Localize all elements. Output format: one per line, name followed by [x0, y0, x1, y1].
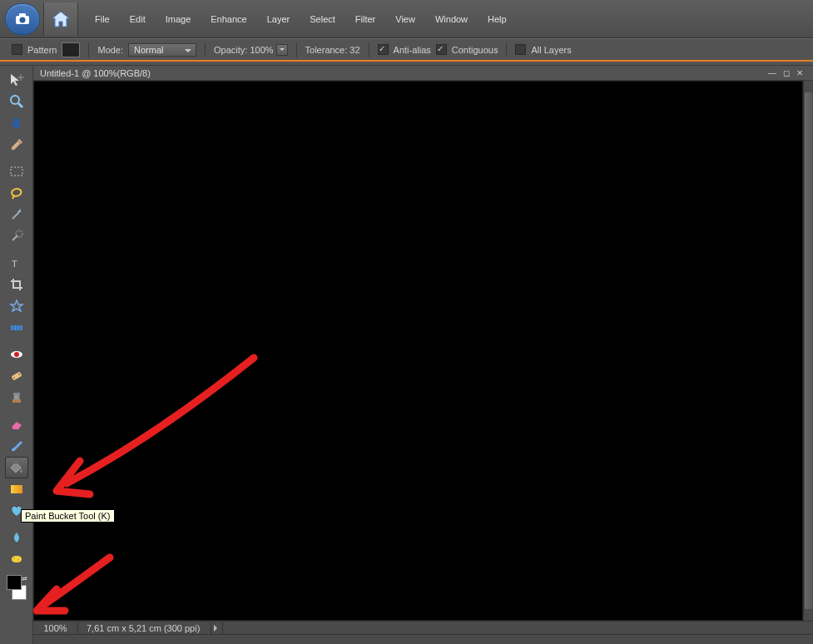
contiguous-checkbox[interactable] — [436, 44, 447, 55]
svg-rect-2 — [19, 13, 26, 17]
svg-rect-6 — [11, 167, 22, 176]
straighten-tool[interactable] — [5, 317, 28, 339]
move-tool[interactable] — [5, 69, 28, 91]
options-bar: Pattern Mode: Normal Opacity: 100% Toler… — [0, 38, 813, 62]
gradient-tool[interactable] — [5, 478, 28, 500]
eyedropper-tool[interactable] — [5, 134, 28, 156]
menu-edit[interactable]: Edit — [120, 9, 156, 29]
type-tool[interactable]: T — [5, 252, 28, 274]
svg-rect-24 — [11, 485, 22, 493]
menu-image[interactable]: Image — [156, 9, 201, 29]
pattern-label: Pattern — [27, 45, 57, 55]
svg-point-9 — [16, 230, 22, 237]
menu-window[interactable]: Window — [425, 9, 478, 29]
zoom-field[interactable]: 100% — [33, 622, 78, 634]
opacity-label: Opacity: — [214, 45, 247, 55]
sponge-tool[interactable] — [5, 548, 28, 570]
svg-point-23 — [13, 462, 18, 464]
opacity-stepper[interactable] — [276, 44, 288, 56]
paint-bucket-tool[interactable] — [5, 457, 28, 478]
svg-line-7 — [12, 212, 19, 219]
marquee-tool[interactable] — [5, 161, 28, 182]
svg-text:T: T — [12, 259, 17, 269]
document-window: Untitled-1 @ 100%(RGB/8) — ◻ ✕ 100% 7,61… — [33, 66, 813, 644]
clone-stamp-tool[interactable] — [5, 387, 28, 409]
status-bar: 100% 7,61 cm x 5,21 cm (300 ppi) — [33, 621, 813, 634]
svg-rect-22 — [13, 393, 20, 395]
menu-view[interactable]: View — [385, 9, 425, 29]
tolerance-label: Tolerance: — [305, 45, 348, 55]
maximize-button[interactable]: ◻ — [783, 68, 790, 77]
mode-select[interactable]: Normal — [128, 43, 196, 57]
divider — [296, 42, 297, 57]
antialias-label: Anti-alias — [394, 45, 431, 55]
menu-help[interactable]: Help — [478, 9, 517, 29]
svg-point-4 — [11, 96, 19, 104]
menu-layer[interactable]: Layer — [257, 9, 300, 29]
eraser-tool[interactable] — [5, 414, 28, 435]
opacity-value[interactable]: 100% — [250, 45, 273, 55]
tool-palette: T — [5, 69, 28, 570]
menu-file[interactable]: File — [85, 9, 120, 29]
alllayers-checkbox[interactable] — [515, 44, 526, 55]
tolerance-value[interactable]: 32 — [349, 45, 359, 55]
menu-enhance[interactable]: Enhance — [201, 9, 256, 29]
divider — [88, 42, 89, 57]
contiguous-label: Contiguous — [452, 45, 498, 55]
healing-tool[interactable] — [5, 365, 28, 387]
svg-rect-21 — [12, 399, 21, 403]
menubar: File Edit Image Enhance Layer Select Fil… — [0, 0, 813, 38]
pattern-swatch[interactable] — [62, 42, 80, 57]
svg-marker-11 — [11, 300, 22, 311]
antialias-checkbox[interactable] — [378, 44, 389, 55]
blur-tool[interactable] — [5, 527, 28, 548]
workspace: T ⇄ Untitled-1 @ 100%(RGB/8) — [0, 65, 813, 644]
svg-point-20 — [18, 374, 20, 375]
color-swatches[interactable]: ⇄ — [5, 575, 28, 600]
home-button[interactable] — [43, 2, 78, 36]
statusbar-menu[interactable] — [211, 622, 223, 634]
swap-colors-icon[interactable]: ⇄ — [22, 575, 27, 582]
svg-point-19 — [13, 377, 15, 379]
dimensions-label: 7,61 cm x 5,21 cm (300 ppi) — [78, 622, 211, 634]
crop-tool[interactable] — [5, 274, 28, 295]
redeye-tool[interactable] — [5, 344, 28, 365]
svg-line-5 — [18, 103, 22, 107]
hand-tool[interactable] — [5, 112, 28, 134]
svg-point-17 — [14, 352, 19, 357]
toolbar: T ⇄ — [0, 66, 33, 644]
alllayers-label: All Layers — [531, 45, 571, 55]
svg-point-25 — [13, 557, 15, 559]
svg-point-1 — [20, 17, 26, 22]
foreground-color[interactable] — [7, 575, 22, 590]
mode-label: Mode: — [97, 45, 123, 55]
svg-point-26 — [17, 559, 19, 561]
document-title: Untitled-1 @ 100%(RGB/8) — [40, 68, 151, 78]
horizontal-scrollbar[interactable] — [250, 623, 803, 633]
resize-grip — [33, 634, 813, 644]
canvas[interactable] — [33, 81, 803, 621]
close-button[interactable]: ✕ — [796, 68, 803, 77]
quick-selection-tool[interactable] — [5, 225, 28, 247]
zoom-tool[interactable] — [5, 91, 28, 112]
document-titlebar[interactable]: Untitled-1 @ 100%(RGB/8) — ◻ ✕ — [33, 66, 813, 81]
app-button[interactable] — [5, 3, 40, 35]
menu-select[interactable]: Select — [300, 9, 345, 29]
menu-items: File Edit Image Enhance Layer Select Fil… — [85, 9, 517, 29]
minimize-button[interactable]: — — [768, 68, 776, 77]
svg-marker-3 — [52, 12, 69, 27]
tooltip: Paint Bucket Tool (K) — [21, 509, 115, 523]
vertical-scrollbar[interactable] — [803, 81, 813, 621]
magic-wand-tool[interactable] — [5, 204, 28, 225]
svg-rect-18 — [11, 371, 22, 380]
divider — [506, 42, 507, 57]
lasso-tool[interactable] — [5, 182, 28, 204]
menu-filter[interactable]: Filter — [345, 9, 385, 29]
divider — [205, 42, 206, 57]
cookie-cutter-tool[interactable] — [5, 295, 28, 317]
brush-tool[interactable] — [5, 435, 28, 457]
divider — [369, 42, 369, 57]
pattern-checkbox[interactable] — [12, 44, 22, 55]
